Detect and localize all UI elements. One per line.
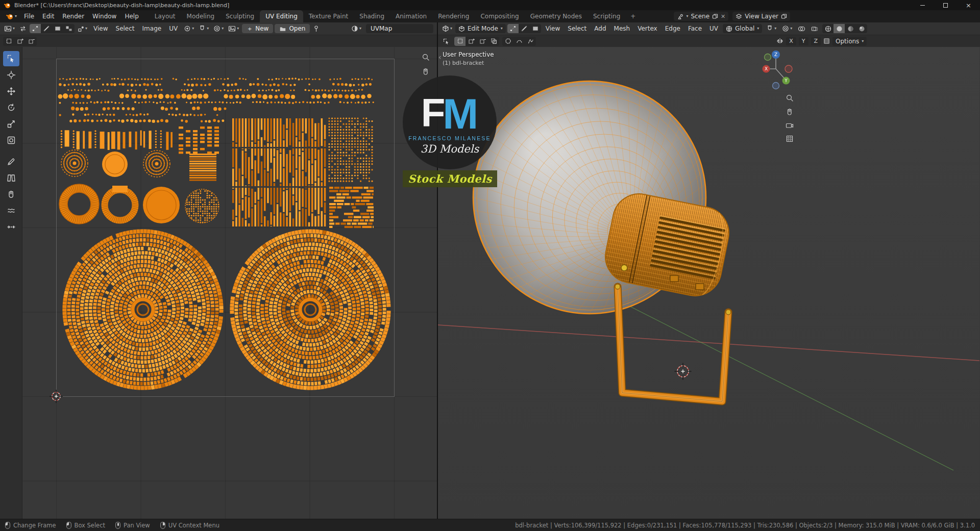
camera-view-icon[interactable] (786, 121, 794, 129)
uv-canvas[interactable] (22, 47, 437, 519)
menu-render[interactable]: Render (58, 12, 88, 21)
select-intersect-button[interactable] (488, 37, 499, 46)
face-select-button[interactable] (530, 24, 541, 33)
select-extend-button[interactable] (14, 37, 26, 46)
options-dropdown[interactable]: Options ▾ (832, 37, 867, 46)
shading-solid-button[interactable] (834, 24, 845, 33)
uv-menu-select[interactable]: Select (113, 24, 138, 33)
tool-transform[interactable] (3, 133, 19, 148)
minimize-button[interactable] (911, 0, 934, 10)
mirror-icon[interactable] (776, 38, 783, 44)
select-extend-button[interactable] (465, 37, 477, 46)
shading-wireframe-button[interactable] (822, 24, 834, 33)
mirror-x-toggle[interactable]: X (786, 37, 796, 45)
close-button[interactable]: × (957, 0, 980, 10)
orthographic-icon[interactable] (786, 135, 794, 143)
vp-menu-mesh[interactable]: Mesh (611, 24, 633, 33)
mode-dropdown[interactable]: Edit Mode ▾ (455, 24, 506, 33)
workspace-tab[interactable]: Rendering (432, 10, 475, 22)
tool-grab[interactable] (3, 187, 19, 202)
uv-menu-image[interactable]: Image (139, 24, 165, 33)
uv-menu-uv[interactable]: UV (166, 24, 181, 33)
menu-file[interactable]: File (20, 12, 38, 21)
pan-hand-icon[interactable] (422, 67, 430, 75)
vertex-select-button[interactable] (507, 24, 519, 33)
proportional-edit-dropdown[interactable]: ▾ (780, 24, 794, 33)
xray-toggle[interactable] (810, 24, 820, 33)
add-workspace-button[interactable]: + (626, 10, 640, 22)
vp-menu-select[interactable]: Select (565, 24, 590, 33)
edge-select-button[interactable] (41, 24, 52, 33)
select-set-button[interactable] (454, 37, 465, 46)
vp-menu-uv[interactable]: UV (706, 24, 721, 33)
tool-rotate[interactable] (3, 100, 19, 115)
uv-menu-view[interactable]: View (90, 24, 111, 33)
mirror-z-toggle[interactable]: Z (811, 37, 821, 45)
vertex-select-button[interactable] (30, 24, 41, 33)
navigation-gizmo[interactable]: Z X Y (762, 50, 794, 90)
display-channels-dropdown[interactable]: ▾ (350, 24, 363, 33)
blender-menu-button[interactable]: ▾ (3, 13, 20, 20)
zoom-icon[interactable] (786, 94, 794, 102)
unlink-icon[interactable]: ✕ (721, 13, 725, 20)
proportional-edit-dropdown[interactable]: ▾ (212, 24, 225, 33)
menu-window[interactable]: Window (88, 12, 120, 21)
vp-menu-add[interactable]: Add (591, 24, 609, 33)
viewport-canvas[interactable] (438, 47, 979, 519)
window-titlebar[interactable]: Blender* [C:\Users\franc\Desktop\beauty-… (0, 0, 980, 10)
tool-option-button[interactable] (513, 37, 525, 46)
tool-scale[interactable] (3, 116, 19, 132)
select-subtract-button[interactable] (26, 37, 37, 46)
tool-annotate[interactable] (3, 154, 19, 169)
tool-move[interactable] (3, 84, 19, 99)
vp-menu-edge[interactable]: Edge (662, 24, 683, 33)
scene-selector[interactable]: ▾ Scene ✕ (674, 12, 728, 21)
vp-menu-view[interactable]: View (543, 24, 563, 33)
tool-option-button[interactable] (502, 37, 513, 46)
shading-rendered-button[interactable] (856, 24, 867, 33)
snap-grid-icon[interactable] (823, 38, 830, 44)
uv-map-field[interactable]: UVMap (366, 24, 433, 33)
vp-menu-face[interactable]: Face (685, 24, 705, 33)
workspace-tab[interactable]: Scripting (587, 10, 626, 22)
transform-orientation-dropdown[interactable]: Global ▾ (723, 24, 762, 33)
sticky-select-dropdown[interactable]: ▾ (76, 24, 89, 33)
workspace-tab-active[interactable]: UV Editing (260, 10, 303, 22)
tool-rip-region[interactable] (3, 170, 19, 186)
new-image-button[interactable]: ＋ New (242, 24, 273, 33)
duplicate-icon[interactable] (781, 13, 787, 19)
workspace-tab[interactable]: Compositing (475, 10, 524, 22)
duplicate-icon[interactable] (712, 13, 718, 19)
workspace-tab[interactable]: Geometry Nodes (525, 10, 587, 22)
view-layer-selector[interactable]: View Layer (732, 12, 790, 21)
menu-help[interactable]: Help (120, 12, 142, 21)
pivot-point-dropdown[interactable]: ▾ (182, 24, 195, 33)
select-set-button[interactable] (3, 37, 14, 46)
tool-select-box[interactable] (3, 51, 19, 66)
vp-menu-vertex[interactable]: Vertex (634, 24, 660, 33)
snap-dropdown[interactable]: ▾ (765, 24, 778, 33)
workspace-tab[interactable]: Texture Paint (303, 10, 354, 22)
tool-cursor[interactable] (3, 67, 19, 83)
snap-dropdown[interactable]: ▾ (197, 24, 210, 33)
workspace-tab[interactable]: Sculpting (220, 10, 260, 22)
workspace-tab[interactable]: Shading (354, 10, 390, 22)
overlays-toggle[interactable] (796, 24, 807, 33)
tool-relax[interactable] (3, 203, 19, 218)
pan-hand-icon[interactable] (786, 108, 794, 116)
face-select-button[interactable] (52, 24, 63, 33)
zoom-icon[interactable] (422, 53, 430, 61)
tool-pinch[interactable] (3, 219, 19, 235)
workspace-tab[interactable]: Animation (390, 10, 432, 22)
tool-option-button[interactable] (525, 37, 536, 46)
active-tool-button[interactable] (441, 37, 451, 46)
editor-type-button[interactable]: ▾ (3, 24, 16, 33)
shading-material-button[interactable] (845, 24, 856, 33)
edge-select-button[interactable] (519, 24, 530, 33)
uv-sync-toggle[interactable] (18, 24, 28, 33)
workspace-tab[interactable]: Layout (149, 10, 181, 22)
maximize-button[interactable] (934, 0, 957, 10)
island-select-button[interactable] (63, 24, 75, 33)
mirror-y-toggle[interactable]: Y (799, 37, 808, 45)
select-subtract-button[interactable] (477, 37, 488, 46)
